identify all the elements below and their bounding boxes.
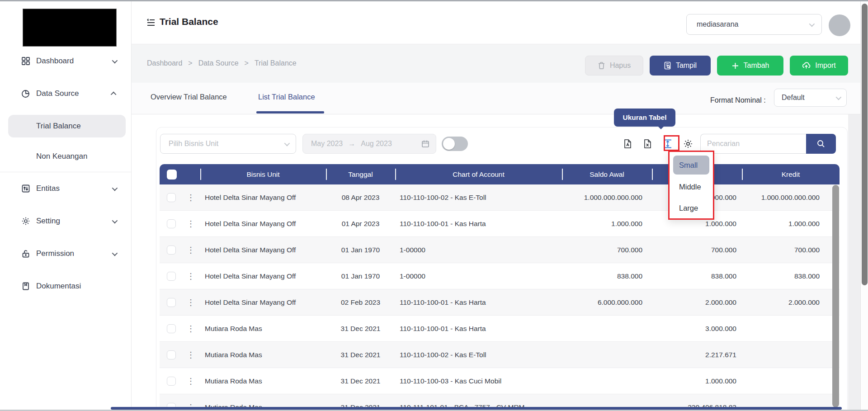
cell-kredit: 838.000 — [742, 263, 840, 289]
cell-bisnis-unit: Mutiara Roda Mas — [200, 342, 326, 368]
cell-bisnis-unit: Hotel Delta Sinar Mayang Off — [200, 237, 326, 263]
table-row[interactable]: ⋮ Hotel Delta Sinar Mayang Off 01 Jan 19… — [160, 237, 840, 263]
row-checkbox[interactable] — [167, 272, 176, 281]
tambah-button[interactable]: Tambah — [717, 56, 783, 76]
horizontal-scrollbar-thumb[interactable] — [111, 407, 842, 410]
format-nominal-select[interactable]: Default — [774, 89, 847, 107]
cell-kredit: 2.000.000 — [742, 289, 840, 316]
tab-overview-trial-balance[interactable]: Overview Trial Balance — [151, 93, 227, 101]
company-logo — [23, 9, 117, 47]
breadcrumb-item-dashboard[interactable]: Dashboard — [147, 59, 182, 67]
search-button[interactable] — [806, 134, 836, 154]
trial-balance-table: Bisnis Unit Tanggal Chart of Account Sal… — [160, 164, 840, 411]
table-settings-gear-icon[interactable] — [683, 139, 693, 149]
business-unit-select[interactable]: Pilih Bisnis Unit — [160, 134, 296, 154]
filter-row: Pilih Bisnis Unit May 2023 → Aug 2023 — [160, 134, 844, 154]
cell-kredit: 1.000.000.000.000 — [742, 184, 840, 211]
cell-chart-of-account: 110-110-100-02 - Kas E-Toll — [395, 342, 562, 368]
chevron-down-icon — [112, 217, 118, 223]
row-checkbox[interactable] — [167, 246, 176, 255]
export-excel-icon[interactable] — [643, 139, 652, 149]
breadcrumb-item-data-source[interactable]: Data Source — [198, 59, 239, 67]
sidebar-item-data-source[interactable]: Data Source — [0, 84, 132, 104]
tab-list-trial-balance[interactable]: List Trial Balance — [258, 93, 315, 101]
row-menu-kebab-icon[interactable]: ⋮ — [187, 194, 195, 202]
row-menu-kebab-icon[interactable]: ⋮ — [187, 377, 195, 385]
row-menu-kebab-icon[interactable]: ⋮ — [187, 272, 195, 280]
col-header-kredit[interactable]: Kredit — [742, 164, 840, 184]
top-header: Trial Balance mediasarana — [132, 1, 868, 44]
breadcrumb-item-trial-balance[interactable]: Trial Balance — [255, 59, 297, 67]
search-input[interactable] — [700, 134, 806, 154]
select-all-checkbox[interactable] — [167, 170, 177, 180]
table-row[interactable]: ⋮ Hotel Delta Sinar Mayang Off 01 Jan 19… — [160, 263, 840, 289]
table-scrollbar-thumb[interactable] — [832, 185, 839, 407]
sidebar-item-trial-balance[interactable]: Trial Balance — [8, 115, 126, 137]
row-checkbox[interactable] — [167, 193, 176, 202]
cell-debit: 3.000.000 — [652, 316, 742, 342]
cell-kredit: 700.000 — [742, 237, 840, 263]
col-header-tanggal[interactable]: Tanggal — [326, 164, 395, 184]
sidebar-item-dashboard[interactable]: Dashboard — [0, 51, 132, 71]
row-menu-kebab-icon[interactable]: ⋮ — [187, 351, 195, 359]
action-buttons: Hapus Tampil Tambah Import — [585, 56, 848, 76]
sliders-icon — [21, 184, 31, 194]
row-checkbox[interactable] — [167, 324, 176, 333]
sidebar-item-dokumentasi[interactable]: Dokumentasi — [0, 276, 132, 296]
sidebar-divider — [0, 172, 132, 172]
col-header-saldo-awal[interactable]: Saldo Awal — [562, 164, 652, 184]
row-menu-kebab-icon[interactable]: ⋮ — [187, 246, 195, 254]
size-option-middle[interactable]: Middle — [673, 178, 709, 196]
import-button[interactable]: Import — [790, 56, 848, 76]
chevron-down-icon — [284, 140, 290, 146]
table-row[interactable]: ⋮ Hotel Delta Sinar Mayang Off 01 Apr 20… — [160, 211, 840, 237]
col-header-chart-of-account[interactable]: Chart of Account — [395, 164, 562, 184]
table-row[interactable]: ⋮ Hotel Delta Sinar Mayang Off 08 Apr 20… — [160, 184, 840, 211]
export-pdf-icon[interactable] — [623, 139, 632, 149]
toggle-switch[interactable] — [442, 137, 468, 151]
sidebar-item-permission[interactable]: Permission — [0, 244, 132, 264]
table-row[interactable]: ⋮ Mutiara Roda Mas 31 Dec 2021 110-110-1… — [160, 316, 840, 342]
size-option-large[interactable]: Large — [673, 199, 709, 217]
sidebar-item-setting[interactable]: Setting — [0, 211, 132, 231]
row-checkbox[interactable] — [167, 350, 176, 359]
cloud-upload-icon — [802, 61, 811, 70]
tampil-button[interactable]: Tampil — [650, 56, 711, 76]
cell-tanggal: 31 Dec 2021 — [326, 368, 395, 394]
outdent-list-icon[interactable] — [146, 18, 156, 28]
date-range-picker[interactable]: May 2023 → Aug 2023 — [302, 134, 436, 154]
sidebar-item-non-keuangan[interactable]: Non Keuangan — [0, 145, 132, 168]
cell-chart-of-account: 1-00000 — [395, 263, 562, 289]
row-checkbox[interactable] — [167, 219, 176, 228]
row-menu-kebab-icon[interactable]: ⋮ — [187, 298, 195, 307]
cell-bisnis-unit: Hotel Delta Sinar Mayang Off — [200, 289, 326, 316]
cell-saldo-awal: 838.000 — [562, 263, 652, 289]
page-scrollbar-track[interactable] — [860, 1, 868, 411]
table-row[interactable]: ⋮ Mutiara Roda Mas 31 Dec 2021 110-110-1… — [160, 368, 840, 394]
table-body: ⋮ Hotel Delta Sinar Mayang Off 08 Apr 20… — [160, 184, 840, 411]
page-scrollbar-thumb[interactable] — [862, 4, 868, 285]
col-header-bisnis-unit[interactable]: Bisnis Unit — [200, 164, 326, 184]
row-menu-kebab-icon[interactable]: ⋮ — [187, 325, 195, 333]
company-select[interactable]: mediasarana — [686, 14, 822, 35]
cell-tanggal: 01 Jan 1970 — [326, 237, 395, 263]
row-menu-kebab-icon[interactable]: ⋮ — [187, 220, 195, 228]
cell-saldo-awal: 6.000.000.000 — [562, 289, 652, 316]
format-nominal-value: Default — [782, 94, 805, 102]
table-size-dropdown: Small Middle Large — [668, 151, 714, 220]
format-nominal-label: Format Nominal : — [710, 96, 766, 104]
row-checkbox[interactable] — [167, 298, 176, 307]
avatar[interactable] — [829, 14, 850, 36]
sidebar-item-entitas[interactable]: Entitas — [0, 179, 132, 198]
row-checkbox[interactable] — [167, 377, 176, 386]
size-option-small[interactable]: Small — [673, 156, 709, 175]
hapus-button[interactable]: Hapus — [585, 56, 643, 76]
breadcrumb: Dashboard > Data Source > Trial Balance — [147, 59, 297, 67]
table-row[interactable]: ⋮ Hotel Delta Sinar Mayang Off 02 Feb 20… — [160, 289, 840, 316]
import-button-label: Import — [815, 61, 835, 70]
cell-debit: 838.000 — [652, 263, 742, 289]
chevron-down-icon — [112, 185, 118, 191]
cell-chart-of-account: 110-110-100-02 - Kas E-Toll — [395, 184, 562, 211]
chevron-down-icon — [836, 94, 842, 100]
table-row[interactable]: ⋮ Mutiara Roda Mas 31 Dec 2021 110-110-1… — [160, 342, 840, 368]
